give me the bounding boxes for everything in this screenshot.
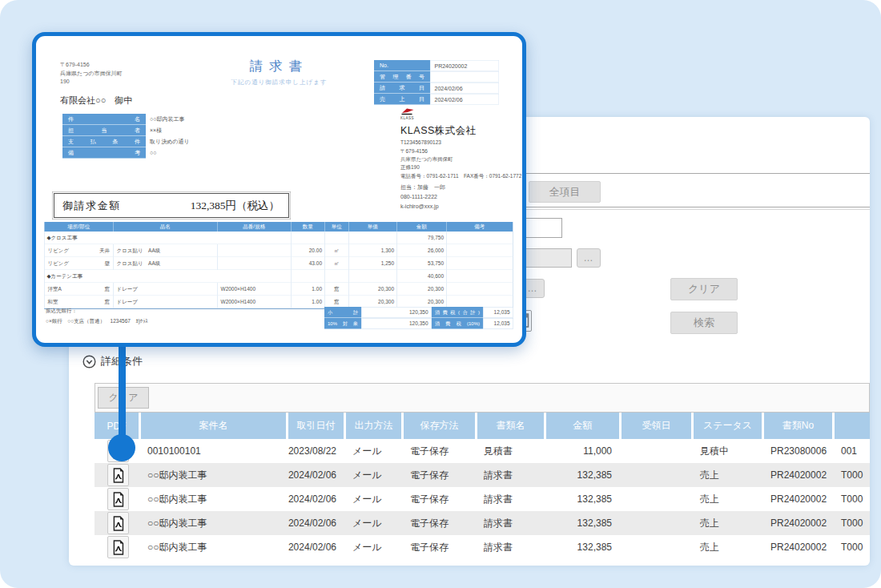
amount-cell: 132,385 bbox=[546, 511, 622, 535]
pdf-icon-button[interactable] bbox=[107, 488, 129, 510]
items-column-header: 品名 bbox=[114, 222, 218, 232]
storage-method-cell: 電子保存 bbox=[404, 535, 477, 559]
item-qty: 1.00 bbox=[292, 296, 325, 308]
item-note bbox=[447, 244, 513, 257]
invoice-meta-table: 件名○○邸内装工事担当者××様支払条件取り決めの通り備考○○ bbox=[62, 114, 194, 159]
item-price: 1,300 bbox=[349, 244, 397, 257]
search-button[interactable]: 検索 bbox=[670, 312, 738, 334]
project-name-cell: ○○邸内装工事 bbox=[141, 511, 288, 535]
invoice-meta-row: 支払条件取り決めの通り bbox=[62, 136, 194, 147]
invoice-doc-value: 2024/02/06 bbox=[430, 83, 499, 94]
status-cell: 売上 bbox=[694, 535, 764, 559]
invoice-doc-value bbox=[430, 71, 499, 83]
received-date-cell bbox=[622, 439, 694, 463]
column-header-取引日付[interactable]: 取引日付 bbox=[288, 413, 346, 439]
column-header-受領日[interactable]: 受領日 bbox=[622, 413, 694, 439]
item-unit: ㎡ bbox=[325, 257, 349, 270]
pdf-cell bbox=[95, 511, 141, 535]
item-price: 20,300 bbox=[349, 283, 397, 296]
project-name-cell: 0010100101 bbox=[141, 439, 288, 463]
invoice-meta-row: 件名○○邸内装工事 bbox=[62, 114, 194, 125]
invoice-meta-value: ○○ bbox=[146, 147, 160, 159]
pdf-icon-button[interactable] bbox=[107, 512, 129, 534]
item-price: 1,250 bbox=[349, 257, 397, 270]
empty-cell bbox=[349, 232, 397, 244]
storage-method-cell: 電子保存 bbox=[404, 439, 477, 463]
received-date-cell bbox=[622, 463, 694, 487]
issuer-postal: 〒679-4156 bbox=[400, 147, 521, 155]
column-header-ステータス[interactable]: ステータス bbox=[694, 413, 764, 439]
column-header-保存方法[interactable]: 保存方法 bbox=[404, 413, 477, 439]
total-label2: 消費税(合計) bbox=[432, 307, 483, 318]
pdf-icon-button[interactable] bbox=[107, 464, 129, 486]
invoice-doc-row: 請求日2024/02/06 bbox=[374, 83, 499, 94]
column-header-取引先[interactable]: 取引先 bbox=[835, 413, 870, 439]
section-name: ◆カーテン工事 bbox=[45, 270, 292, 283]
output-method-cell: メール bbox=[346, 511, 404, 535]
table-row[interactable]: ○○邸内装工事2024/02/06メール電子保存請求書132,385売上PR24… bbox=[95, 487, 870, 511]
section-name: ◆クロス工事 bbox=[45, 232, 292, 244]
partner-cell: T000 bbox=[835, 487, 870, 511]
amount-cell: 132,385 bbox=[546, 535, 622, 559]
ellipsis-button-1[interactable]: … bbox=[577, 248, 601, 268]
total-label: 10%対象 bbox=[324, 318, 361, 329]
project-name-cell: ○○邸内装工事 bbox=[141, 463, 288, 487]
item-amount: 20,300 bbox=[397, 283, 447, 296]
invoice-preview-popup: 〒679-4156 兵庫県たつの市揖保川町 190 有限会社○○ 御中 請求書 … bbox=[32, 32, 526, 347]
table-row[interactable]: ○○邸内装工事2024/02/06メール電子保存請求書132,385売上PR24… bbox=[95, 511, 870, 535]
note-cell bbox=[447, 232, 513, 244]
details-toggle[interactable]: 詳細条件 bbox=[82, 354, 143, 369]
items-body: ◆クロス工事79,750リビング天井クロス貼り AA級20.00㎡1,30026… bbox=[45, 232, 513, 308]
storage-method-cell: 電子保存 bbox=[404, 487, 477, 511]
empty-cell bbox=[349, 270, 397, 283]
invoice-meta-value: 取り決めの通り bbox=[146, 136, 194, 147]
column-header-金額[interactable]: 金額 bbox=[546, 413, 622, 439]
item-place: リビング天井 bbox=[45, 244, 114, 257]
table-row[interactable]: ○○邸内装工事2024/02/06メール電子保存請求書132,385売上PR24… bbox=[95, 535, 870, 559]
pdf-icon bbox=[111, 468, 125, 483]
invoice-doc-label: No. bbox=[374, 60, 430, 71]
project-name-cell: ○○邸内装工事 bbox=[141, 487, 288, 511]
partner-cell: T000 bbox=[835, 511, 870, 535]
company-logo: KLASS bbox=[400, 107, 415, 120]
status-cell: 見積中 bbox=[694, 439, 764, 463]
pdf-icon bbox=[111, 492, 125, 507]
status-cell: 売上 bbox=[694, 487, 764, 511]
column-header-案件名[interactable]: 案件名 bbox=[141, 413, 288, 439]
invoice-doc-label: 管理番号 bbox=[374, 71, 430, 83]
invoice-doc-label: 請求日 bbox=[374, 83, 430, 94]
column-header-書類名[interactable]: 書類名 bbox=[477, 413, 546, 439]
total-value2: 12,035 bbox=[483, 307, 513, 318]
output-method-cell: メール bbox=[346, 535, 404, 559]
invoice-doc-row: 管理番号 bbox=[374, 71, 499, 83]
item-place: 洋室A窓 bbox=[45, 283, 114, 296]
invoice-total-row: 小計120,350消費税(合計)12,035 bbox=[324, 307, 513, 318]
column-header-書類No[interactable]: 書類No bbox=[764, 413, 835, 439]
doc-type-cell: 請求書 bbox=[477, 535, 546, 559]
total-label: 小計 bbox=[324, 307, 361, 318]
invoice-document: 〒679-4156 兵庫県たつの市揖保川町 190 有限会社○○ 御中 請求書 … bbox=[36, 36, 522, 343]
total-amount-box: 御請求金額 132,385円（税込） bbox=[54, 193, 289, 218]
pdf-icon-button[interactable] bbox=[107, 536, 129, 558]
doc-no-cell: PR24020002 bbox=[764, 487, 835, 511]
doc-type-cell: 請求書 bbox=[477, 511, 546, 535]
item-place: リビング壁 bbox=[45, 257, 114, 270]
table-toolbar: クリア bbox=[95, 383, 870, 413]
all-items-button[interactable]: 全項目 bbox=[529, 181, 601, 203]
items-column-header: 単価 bbox=[349, 222, 397, 232]
item-spec bbox=[218, 257, 292, 270]
empty-cell bbox=[292, 232, 325, 244]
contact-email: k-ichiro@xxx.jp bbox=[400, 202, 445, 211]
table-row[interactable]: ○○邸内装工事2024/02/06メール電子保存請求書132,385売上PR24… bbox=[95, 463, 870, 487]
pdf-icon bbox=[111, 540, 125, 555]
column-header-出力方法[interactable]: 出力方法 bbox=[346, 413, 404, 439]
output-method-cell: メール bbox=[346, 463, 404, 487]
table-row[interactable]: 00101001012023/08/22メール電子保存見積書11,000見積中P… bbox=[95, 439, 870, 463]
app-background: 全項目 … … 15 クリア 検索 詳細条件 クリア bbox=[0, 0, 881, 588]
item-name: クロス貼り AA級 bbox=[114, 257, 218, 270]
invoice-totals: 小計120,350消費税(合計)12,03510%対象120,350消費税(10… bbox=[324, 307, 513, 329]
callout-line bbox=[119, 340, 126, 444]
clear-button[interactable]: クリア bbox=[670, 278, 738, 300]
invoice-items-table: 場所/部位品名品番/規格数量単位単価金額備考 ◆クロス工事79,750リビング天… bbox=[44, 222, 513, 309]
doc-no-cell: PR24020002 bbox=[764, 535, 835, 559]
